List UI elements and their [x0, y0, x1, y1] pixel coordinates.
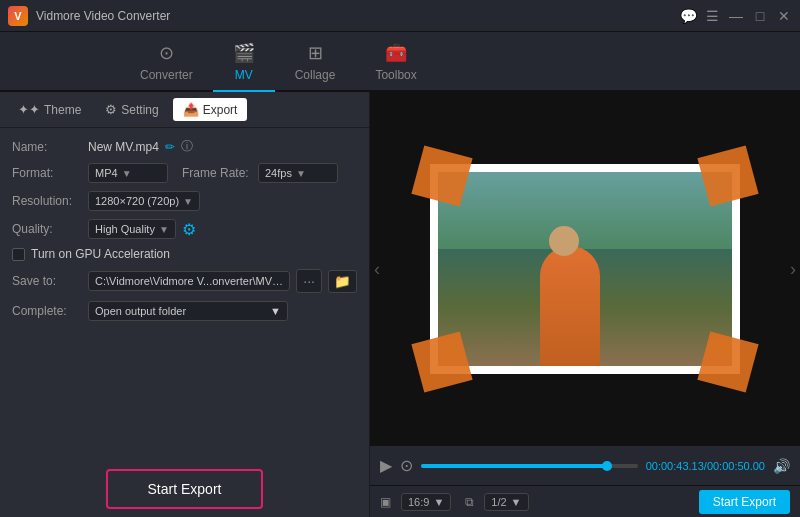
subtab-setting[interactable]: ⚙ Setting	[95, 98, 168, 121]
window-controls: 💬 ☰ — □ ✕	[680, 8, 792, 24]
control-bar: ▶ ⊙ 00:00:43.13/00:00:50.00 🔊	[370, 445, 800, 485]
ratio-bar: ▣ 16:9 ▼ ⧉ 1/2 ▼ Start Export	[370, 485, 800, 517]
quality-gear-icon[interactable]: ⚙	[182, 220, 196, 239]
tab-collage[interactable]: ⊞ Collage	[275, 36, 356, 92]
left-panel: ✦✦ Theme ⚙ Setting 📤 Export Name: New MV…	[0, 92, 370, 517]
name-row: Name: New MV.mp4 ✏ ⓘ	[12, 138, 357, 155]
browse-path-button[interactable]: ···	[296, 269, 322, 293]
video-frame	[425, 159, 745, 379]
gpu-row: Turn on GPU Acceleration	[12, 247, 357, 261]
time-display: 00:00:43.13/00:00:50.00	[646, 460, 765, 472]
open-folder-button[interactable]: 📁	[328, 270, 357, 293]
subtab-export[interactable]: 📤 Export	[173, 98, 248, 121]
clone-icon: ⧉	[465, 495, 474, 509]
app-logo: V	[8, 6, 28, 26]
name-info-icon[interactable]: ⓘ	[181, 138, 193, 155]
setting-gear-icon: ⚙	[105, 102, 117, 117]
minimize-button[interactable]: —	[728, 8, 744, 24]
resolution-select[interactable]: 1280×720 (720p) ▼	[88, 191, 200, 211]
ratio-arrow-icon: ▼	[433, 496, 444, 508]
preview-next-icon[interactable]: ›	[790, 258, 796, 279]
converter-icon: ⊙	[159, 42, 174, 64]
right-panel: ‹	[370, 92, 800, 517]
play-button[interactable]: ▶	[380, 456, 392, 475]
export-icon: 📤	[183, 102, 199, 117]
volume-icon[interactable]: 🔊	[773, 458, 790, 474]
fps-arrow-icon: ▼	[296, 168, 306, 179]
titlebar: V Vidmore Video Converter 💬 ☰ — □ ✕	[0, 0, 800, 32]
complete-select[interactable]: Open output folder ▼	[88, 301, 288, 321]
quality-arrow-icon: ▼	[159, 224, 169, 235]
aspect-ratio-icon: ▣	[380, 495, 391, 509]
tab-converter[interactable]: ⊙ Converter	[120, 36, 213, 92]
res-arrow-icon: ▼	[183, 196, 193, 207]
maximize-button[interactable]: □	[752, 8, 768, 24]
quality-select[interactable]: High Quality ▼	[88, 219, 176, 239]
complete-arrow-icon: ▼	[270, 305, 281, 317]
main-area: ✦✦ Theme ⚙ Setting 📤 Export Name: New MV…	[0, 92, 800, 517]
progress-dot	[602, 461, 612, 471]
export-settings-form: Name: New MV.mp4 ✏ ⓘ Format: MP4 ▼ Frame…	[0, 128, 369, 453]
start-export-small-button[interactable]: Start Export	[699, 490, 790, 514]
complete-row: Complete: Open output folder ▼	[12, 301, 357, 321]
tab-mv[interactable]: 🎬 MV	[213, 36, 275, 92]
preview-prev-icon[interactable]: ‹	[374, 258, 380, 279]
format-row: Format: MP4 ▼ Frame Rate: 24fps ▼	[12, 163, 357, 183]
start-export-big-button[interactable]: Start Export	[106, 469, 264, 509]
close-button[interactable]: ✕	[776, 8, 792, 24]
tab-toolbox[interactable]: 🧰 Toolbox	[355, 36, 436, 92]
toolbox-icon: 🧰	[385, 42, 407, 64]
app-title: Vidmore Video Converter	[36, 9, 680, 23]
preview-area: ‹	[370, 92, 800, 445]
name-edit-icon[interactable]: ✏	[165, 140, 175, 154]
resolution-row: Resolution: 1280×720 (720p) ▼	[12, 191, 357, 211]
subtabbar: ✦✦ Theme ⚙ Setting 📤 Export	[0, 92, 369, 128]
main-tabbar: ⊙ Converter 🎬 MV ⊞ Collage 🧰 Toolbox	[0, 32, 800, 92]
subtab-theme[interactable]: ✦✦ Theme	[8, 98, 91, 121]
menu-icon[interactable]: ☰	[704, 8, 720, 24]
clone-select[interactable]: 1/2 ▼	[484, 493, 528, 511]
progress-bar[interactable]	[421, 464, 638, 468]
ratio-select[interactable]: 16:9 ▼	[401, 493, 451, 511]
mv-icon: 🎬	[233, 42, 255, 64]
quality-row: Quality: High Quality ▼ ⚙	[12, 219, 357, 239]
gpu-checkbox[interactable]	[12, 248, 25, 261]
theme-dots-icon: ✦✦	[18, 102, 40, 117]
save-to-row: Save to: C:\Vidmore\Vidmore V...onverter…	[12, 269, 357, 293]
clone-arrow-icon: ▼	[511, 496, 522, 508]
stop-button[interactable]: ⊙	[400, 456, 413, 475]
format-select[interactable]: MP4 ▼	[88, 163, 168, 183]
format-arrow-icon: ▼	[122, 168, 132, 179]
video-white-border	[430, 164, 740, 374]
collage-icon: ⊞	[308, 42, 323, 64]
chat-icon[interactable]: 💬	[680, 8, 696, 24]
save-path-input[interactable]: C:\Vidmore\Vidmore V...onverter\MV Expor…	[88, 271, 290, 291]
framerate-select[interactable]: 24fps ▼	[258, 163, 338, 183]
progress-fill	[421, 464, 607, 468]
